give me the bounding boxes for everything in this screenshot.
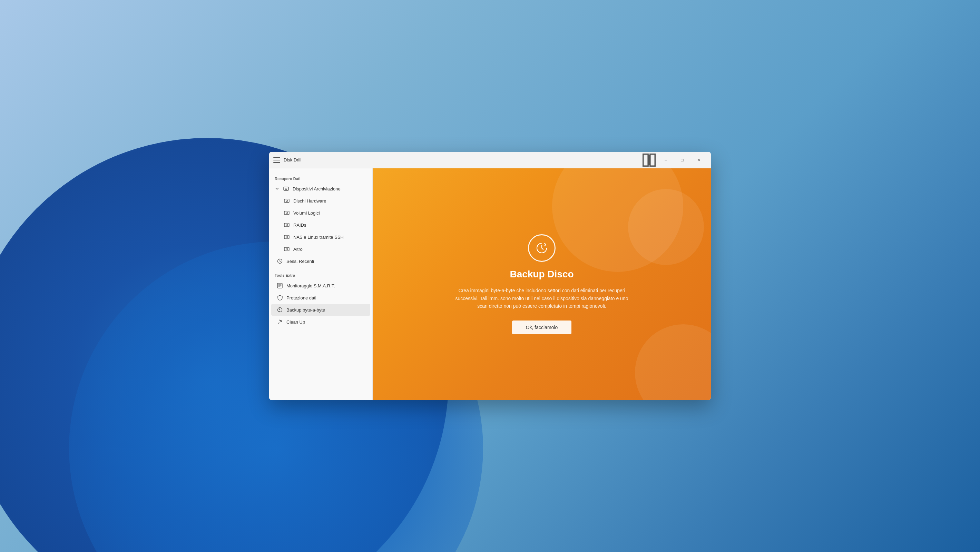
storage-device-icon — [283, 186, 289, 192]
tools-extra-section: Tools Extra — [269, 270, 372, 280]
smart-label: Monitoraggio S.M.A.R.T. — [286, 283, 335, 288]
sidebar-item-nas-linux[interactable]: NAS e Linux tramite SSH — [278, 231, 370, 243]
svg-point-11 — [286, 248, 288, 250]
content-center: Backup Disco Crea immagini byte-a-byte c… — [438, 220, 645, 348]
chevron-down-icon — [275, 186, 280, 191]
protection-icon — [277, 294, 283, 301]
hamburger-icon[interactable] — [273, 157, 280, 163]
title-bar-controls: − □ ✕ — [641, 154, 707, 165]
volumi-logici-label: Volumi Logici — [293, 210, 320, 216]
dispositivi-archiviazione-group[interactable]: Dispositivi Archiviazione — [269, 183, 372, 194]
sidebar-item-raids[interactable]: RAIDs — [278, 219, 370, 231]
app-title: Disk Drill — [284, 157, 301, 162]
main-window: Disk Drill − □ ✕ Recupero Dati — [269, 152, 711, 400]
hard-disk-icon — [284, 198, 290, 204]
action-button[interactable]: Ok, facciamolo — [512, 320, 572, 334]
cleanup-label: Clean Up — [286, 320, 305, 325]
svg-point-9 — [286, 236, 288, 238]
sidebar-item-smart[interactable]: Monitoraggio S.M.A.R.T. — [271, 280, 370, 291]
minimize-button[interactable]: − — [658, 154, 674, 165]
sidebar-item-dischi-hardware[interactable]: Dischi Hardware — [278, 195, 370, 207]
sidebar-item-volumi-logici[interactable]: Volumi Logici — [278, 207, 370, 219]
help-button[interactable] — [641, 154, 657, 165]
main-layout: Recupero Dati Dispositivi Archiviazione … — [269, 169, 711, 400]
nas-icon — [284, 234, 290, 240]
deco-circle-2 — [635, 324, 711, 400]
protezione-dati-label: Protezione dati — [286, 295, 317, 301]
sidebar-item-cleanup[interactable]: Clean Up — [271, 316, 370, 328]
svg-point-7 — [286, 224, 288, 226]
sidebar-item-sess-recenti[interactable]: Sess. Recenti — [271, 255, 370, 267]
sub-items: Dischi Hardware Volumi Logici RAIDs — [269, 195, 372, 255]
dischi-hardware-label: Dischi Hardware — [293, 198, 326, 204]
backup-byte-label: Backup byte-a-byte — [286, 307, 325, 313]
altro-label: Altro — [293, 247, 302, 252]
svg-rect-8 — [284, 235, 289, 239]
title-bar: Disk Drill − □ ✕ — [269, 152, 711, 169]
raids-label: RAIDs — [293, 223, 306, 228]
svg-rect-10 — [284, 247, 289, 251]
svg-rect-6 — [284, 223, 289, 227]
svg-rect-4 — [284, 211, 289, 215]
dispositivi-archiviazione-label: Dispositivi Archiviazione — [293, 186, 340, 191]
raid-icon — [284, 222, 290, 228]
backup-byte-icon — [277, 307, 283, 313]
sidebar-item-altro[interactable]: Altro — [278, 243, 370, 255]
content-title: Backup Disco — [510, 269, 574, 280]
sidebar: Recupero Dati Dispositivi Archiviazione … — [269, 169, 373, 400]
altro-icon — [284, 246, 290, 252]
close-button[interactable]: ✕ — [691, 154, 707, 165]
svg-point-3 — [286, 200, 288, 202]
sess-recenti-label: Sess. Recenti — [286, 259, 314, 264]
svg-rect-2 — [284, 199, 289, 202]
smart-icon — [277, 283, 283, 289]
cleanup-icon — [277, 319, 283, 325]
sidebar-item-backup-byte[interactable]: Backup byte-a-byte — [271, 304, 370, 316]
svg-rect-0 — [284, 187, 288, 191]
content-description: Crea immagini byte-a-byte che includono … — [452, 287, 632, 310]
recent-sessions-icon — [277, 258, 283, 264]
svg-point-5 — [286, 212, 288, 214]
backup-clock-icon — [528, 234, 555, 262]
volume-icon — [284, 210, 290, 216]
maximize-button[interactable]: □ — [674, 154, 690, 165]
title-bar-left: Disk Drill — [273, 157, 641, 163]
sidebar-item-protezione-dati[interactable]: Protezione dati — [271, 292, 370, 304]
recupero-dati-section: Recupero Dati — [269, 174, 372, 183]
nas-linux-label: NAS e Linux tramite SSH — [293, 235, 344, 240]
svg-point-1 — [285, 188, 287, 190]
content-area: Backup Disco Crea immagini byte-a-byte c… — [373, 169, 711, 400]
